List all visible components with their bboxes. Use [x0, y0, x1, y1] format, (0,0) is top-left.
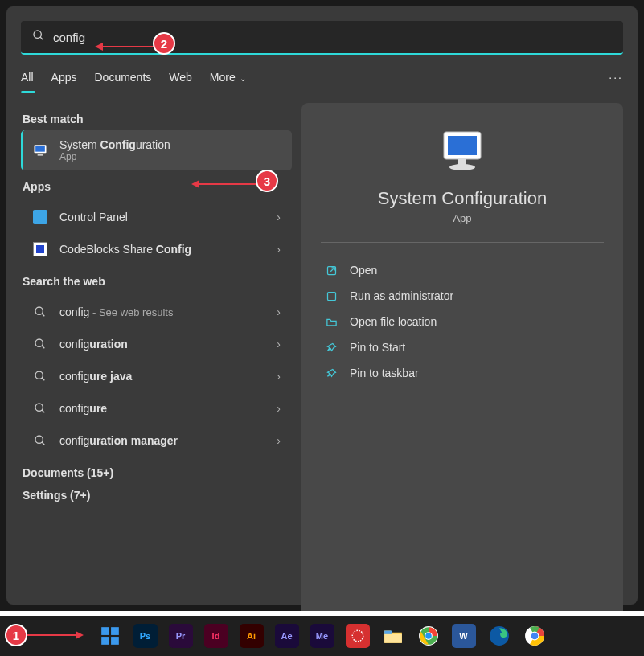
more-options-icon[interactable]: ···	[609, 71, 623, 84]
detail-app-icon	[321, 130, 604, 174]
callout-1: 1	[5, 624, 27, 646]
svg-rect-24	[327, 292, 335, 300]
tab-web[interactable]: Web	[169, 71, 192, 92]
svg-point-11	[35, 339, 43, 346]
best-match-item[interactable]: System Configuration App	[21, 130, 292, 170]
svg-line-18	[42, 442, 44, 445]
tab-apps[interactable]: Apps	[51, 71, 77, 92]
chevron-right-icon: ›	[277, 243, 281, 256]
action-open[interactable]: Open	[321, 257, 604, 283]
shield-icon	[324, 290, 338, 302]
svg-point-21	[449, 164, 475, 170]
chevron-down-icon: ⌄	[237, 74, 246, 83]
chevron-right-icon: ›	[277, 211, 281, 223]
start-search-panel: 2 All Apps Documents Web More ⌄ ··· Best…	[6, 6, 638, 605]
action-run-admin[interactable]: Run as administrator	[321, 283, 604, 309]
chevron-right-icon: ›	[277, 338, 281, 351]
tab-all[interactable]: All	[21, 71, 34, 92]
results-area: Best match System Configuration App 3 Ap…	[21, 103, 623, 617]
detail-title: System Configuration	[321, 188, 604, 209]
best-match-heading: Best match	[23, 113, 292, 125]
settings-heading[interactable]: Settings (7+)	[23, 489, 292, 502]
taskbar-mediaencoder[interactable]: Me	[310, 624, 334, 648]
svg-rect-27	[101, 637, 109, 645]
arrow-2	[95, 42, 159, 51]
svg-point-13	[35, 371, 43, 379]
action-pin-taskbar[interactable]: Pin to taskbar	[321, 360, 604, 386]
svg-point-9	[35, 307, 43, 314]
taskbar-chrome[interactable]	[416, 624, 441, 648]
svg-line-1	[40, 37, 43, 39]
svg-rect-6	[38, 154, 43, 156]
divider	[321, 242, 604, 243]
taskbar-premiere[interactable]: Pr	[169, 624, 193, 648]
web-result[interactable]: configuration manager ›	[21, 424, 292, 457]
msconfig-icon	[32, 142, 48, 158]
svg-marker-3	[95, 43, 103, 51]
search-icon	[32, 304, 48, 320]
svg-point-35	[425, 633, 432, 639]
search-icon	[32, 368, 48, 384]
results-list: Best match System Configuration App 3 Ap…	[21, 103, 292, 617]
svg-line-10	[42, 314, 44, 316]
web-result[interactable]: config - See web results ›	[21, 296, 292, 328]
search-icon	[32, 336, 48, 352]
taskbar-chrome-canary[interactable]	[523, 624, 547, 648]
web-result[interactable]: configure ›	[21, 392, 292, 424]
svg-rect-26	[111, 627, 119, 635]
taskbar: Ps Pr Id Ai Ae Me W	[0, 616, 644, 656]
control-panel-icon	[32, 209, 48, 225]
svg-point-17	[35, 436, 43, 443]
svg-point-39	[531, 633, 538, 640]
taskbar-illustrator[interactable]: Ai	[240, 624, 264, 648]
app-codeblocks-config[interactable]: CodeBlocks Share Config ›	[21, 233, 292, 265]
pin-icon	[324, 342, 338, 354]
chevron-right-icon: ›	[277, 305, 281, 318]
app-control-panel[interactable]: Control Panel ›	[21, 201, 292, 233]
tab-more[interactable]: More ⌄	[210, 71, 246, 92]
taskbar-word[interactable]: W	[452, 624, 476, 648]
svg-rect-5	[35, 146, 45, 152]
action-pin-start[interactable]: Pin to Start	[321, 334, 604, 360]
web-result[interactable]: configure java ›	[21, 360, 292, 392]
folder-icon	[324, 316, 338, 328]
svg-line-14	[42, 378, 44, 380]
svg-rect-20	[448, 136, 477, 155]
svg-point-15	[35, 404, 43, 411]
chevron-right-icon: ›	[277, 370, 281, 383]
start-button[interactable]	[98, 624, 122, 648]
taskbar-indesign[interactable]: Id	[204, 624, 228, 648]
svg-rect-28	[111, 637, 119, 645]
open-icon	[324, 264, 338, 277]
svg-rect-25	[101, 627, 109, 635]
detail-pane: System Configuration App Open Run as adm…	[301, 103, 623, 617]
search-icon	[32, 433, 48, 449]
action-open-location[interactable]: Open file location	[321, 309, 604, 334]
svg-rect-22	[458, 159, 466, 165]
chevron-right-icon: ›	[277, 434, 281, 447]
codeblocks-icon	[32, 241, 48, 257]
tab-documents[interactable]: Documents	[94, 71, 151, 92]
svg-point-0	[34, 31, 41, 38]
svg-line-12	[42, 346, 44, 348]
web-heading: Search the web	[23, 275, 292, 288]
arrow-1	[27, 630, 84, 640]
documents-heading[interactable]: Documents (15+)	[23, 466, 292, 479]
svg-rect-30	[384, 634, 402, 643]
callout-2: 2	[153, 32, 175, 55]
search-icon	[32, 29, 45, 45]
svg-marker-41	[76, 631, 84, 639]
web-result[interactable]: configuration ›	[21, 328, 292, 360]
taskbar-app-red[interactable]	[346, 624, 370, 648]
search-icon	[32, 400, 48, 416]
taskbar-explorer[interactable]	[381, 624, 405, 648]
taskbar-edge[interactable]	[487, 624, 511, 648]
best-match-text: System Configuration App	[59, 138, 281, 162]
chevron-right-icon: ›	[277, 402, 281, 415]
arrow-3	[191, 179, 259, 189]
detail-sub: App	[321, 212, 604, 224]
svg-point-29	[352, 630, 363, 642]
taskbar-photoshop[interactable]: Ps	[133, 624, 158, 648]
taskbar-aftereffects[interactable]: Ae	[275, 624, 299, 648]
svg-marker-8	[191, 180, 199, 188]
